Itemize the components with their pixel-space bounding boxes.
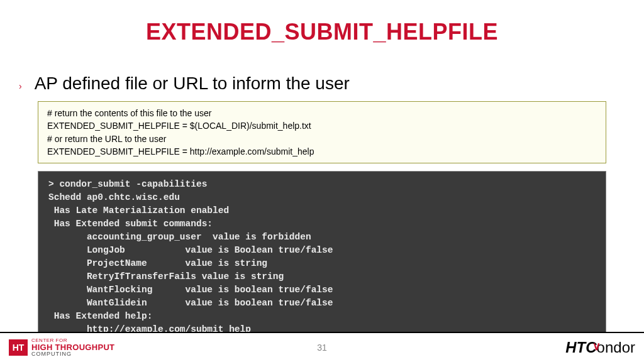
terminal-line: accounting_group_user value is forbidden [48,231,596,244]
terminal-line: Has Extended help: [48,310,596,323]
condor-rest-text: ondor [597,339,635,356]
footer: HT CENTER FOR HIGH THROUGHPUT COMPUTING … [0,332,644,362]
terminal-line: ProjectName value is string [48,257,596,270]
footer-left-logo: HT CENTER FOR HIGH THROUGHPUT COMPUTING [9,338,114,357]
chtc-text-block: CENTER FOR HIGH THROUGHPUT COMPUTING [31,338,114,357]
htcondor-logo: HTC∨ondor [565,339,635,356]
terminal-line: Has Late Materialization enabled [48,204,596,217]
config-line: # return the contents of this file to th… [47,107,597,119]
config-line: EXTENDED_SUBMIT_HELPFILE = $(LOCAL_DIR)/… [47,119,597,132]
terminal-line: LongJob value is Boolean true/false [48,244,596,257]
page-number: 31 [317,343,327,353]
bullet-text: AP defined file or URL to inform the use… [35,74,350,94]
slide-title: EXTENDED_SUBMIT_HELPFILE [38,19,606,45]
terminal-output: > condor_submit -capabilities Schedd ap0… [38,171,606,343]
slide: EXTENDED_SUBMIT_HELPFILE › AP defined fi… [0,0,644,362]
terminal-line: Has Extended submit commands: [48,217,596,231]
config-box: # return the contents of this file to th… [38,101,606,163]
terminal-line: > condor_submit -capabilities [48,178,596,191]
chtc-line3: COMPUTING [31,351,114,357]
config-line: EXTENDED_SUBMIT_HELPFILE = http://exampl… [47,145,597,158]
terminal-line: WantFlocking value is boolean true/false [48,283,596,297]
config-line: # or return the URL to the user [47,133,597,145]
terminal-line: RetryIfTransferFails value is string [48,270,596,283]
footer-right-logo: HTC∨ondor [565,339,635,356]
bullet-row: › AP defined file or URL to inform the u… [38,74,606,94]
condor-wing-icon: ∨ [592,344,601,349]
terminal-line: Schedd ap0.chtc.wisc.edu [48,191,596,204]
terminal-line: WantGlidein value is boolean true/false [48,297,596,310]
ht-logo-icon: HT [9,339,28,356]
bullet-marker-icon: › [19,81,22,91]
